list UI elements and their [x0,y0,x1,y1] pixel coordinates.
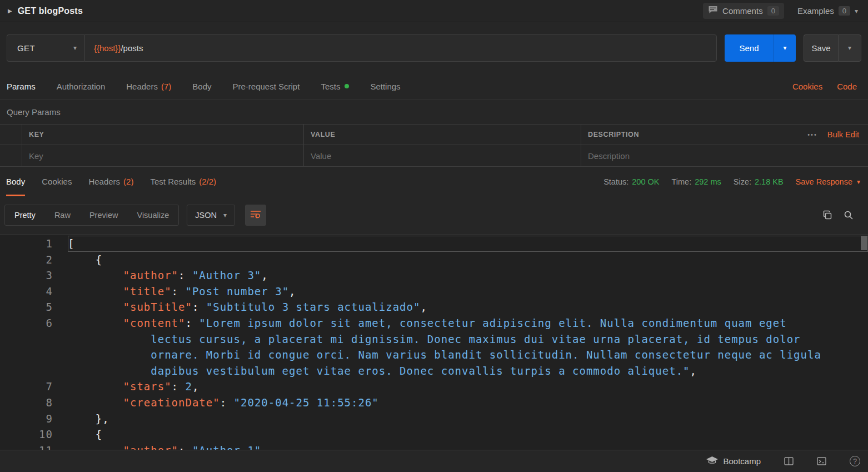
status-bar: Bootcamp ? [0,450,868,472]
row-handle-column [0,125,22,145]
description-cell [581,145,868,166]
query-params-table: KEY VALUE DESCRIPTION ••• Bulk Edit [0,124,868,167]
line-content: lectus cursus, a placerat mi dignissim. … [68,331,868,347]
tests-pass-dot-icon [345,84,349,88]
size-label: Size: [734,177,751,186]
wrap-text-button[interactable] [245,205,266,226]
request-tab-links: Cookies Code [792,82,857,91]
view-preview-button[interactable]: Preview [80,205,128,225]
more-options-icon[interactable]: ••• [807,131,817,138]
send-options-button[interactable]: ▾ [774,34,796,62]
line-number: 5 [0,299,53,315]
line-number: 1 [0,236,53,252]
line-number: 7 [0,379,53,395]
description-column-label: DESCRIPTION [588,131,639,138]
tab-authorization[interactable]: Authorization [57,73,106,99]
request-title-group: ▶ GET blogPosts [8,6,83,16]
value-column-header: VALUE [304,125,581,145]
tab-tests[interactable]: Tests [321,73,349,99]
query-params-heading: Query Params [0,100,868,124]
method-dropdown[interactable]: GET ▾ [7,34,84,62]
examples-chevron-icon: ▾ [855,7,858,15]
save-response-button[interactable]: Save Response ▾ [796,177,860,186]
description-column-header: DESCRIPTION [581,125,779,145]
save-button-group: Save ▾ [804,34,861,62]
method-chevron-icon: ▾ [73,44,77,52]
code-line: 1[ [0,236,868,252]
method-value: GET [17,43,35,53]
response-tabs: Body Cookies Headers(2) Test Results(2/2… [6,167,216,196]
value-cell [304,145,581,166]
copy-response-icon[interactable] [822,210,832,220]
url-host-variable: {{host}} [94,43,121,53]
response-tab-cookies-label: Cookies [42,177,72,186]
send-button[interactable]: Send [725,34,774,62]
request-tabs-row: Params Authorization Headers(7) Body Pre… [0,73,868,100]
tab-headers-label: Headers [126,82,158,91]
help-icon[interactable]: ? [850,456,860,466]
tab-pre-request-script-label: Pre-request Script [233,82,300,91]
search-response-icon[interactable] [844,210,854,220]
topbar-actions: Comments 0 Examples 0 ▾ [703,3,860,19]
response-tab-cookies[interactable]: Cookies [42,167,72,196]
code-line: 2 { [0,252,868,268]
description-input[interactable] [588,151,854,161]
tab-body-label: Body [192,82,211,91]
key-column-label: KEY [29,131,44,138]
format-dropdown[interactable]: JSON ▾ [187,205,235,226]
code-line: 10 { [0,426,868,443]
line-number: 4 [0,284,53,300]
response-tab-test-results[interactable]: Test Results(2/2) [150,167,216,196]
url-input[interactable]: {{host}}/posts [84,34,717,62]
request-header-bar: ▶ GET blogPosts Comments 0 Examples 0 ▾ [0,0,868,22]
response-tab-test-results-label: Test Results [150,177,196,186]
line-number [0,363,53,379]
response-view-actions [822,210,861,220]
line-content: { [68,252,868,268]
status-label: Status: [603,177,628,186]
tab-settings-label: Settings [370,82,400,91]
line-number: 10 [0,426,53,443]
line-number: 6 [0,315,53,331]
collapse-caret-icon[interactable]: ▶ [8,8,12,14]
response-tab-headers[interactable]: Headers(2) [88,167,133,196]
time-label: Time: [671,177,691,186]
comments-button[interactable]: Comments 0 [703,3,784,19]
tab-pre-request-script[interactable]: Pre-request Script [233,73,300,99]
save-options-button[interactable]: ▾ [838,34,861,62]
time-stat: Time: 292 ms [671,177,721,186]
key-input[interactable] [29,151,290,161]
tab-params-label: Params [7,82,36,91]
two-pane-layout-icon[interactable] [784,457,794,465]
tab-body[interactable]: Body [192,73,211,99]
line-content: "creationDate": "2020-04-25 11:55:26" [68,395,868,411]
value-input[interactable] [311,151,567,161]
view-visualize-button[interactable]: Visualize [127,205,178,225]
response-view-bar: Pretty Raw Preview Visualize JSON ▾ [0,196,868,234]
line-content: "content": "Lorem ipsum dolor sit amet, … [68,315,868,331]
tab-settings[interactable]: Settings [370,73,400,99]
response-tab-body[interactable]: Body [6,167,25,196]
params-header-actions: ••• Bulk Edit [779,125,868,145]
line-content: dapibus vestibulum eget vitae eros. Done… [68,363,868,379]
line-content: [ [68,236,868,252]
tab-headers[interactable]: Headers(7) [126,73,171,99]
console-icon[interactable] [817,457,826,465]
save-button[interactable]: Save [804,34,838,62]
cookies-link[interactable]: Cookies [792,82,822,91]
code-link[interactable]: Code [837,82,857,91]
bootcamp-button[interactable]: Bootcamp [706,456,761,466]
vertical-scrollbar-thumb[interactable] [861,236,867,250]
line-content: { [68,426,868,443]
tab-params[interactable]: Params [7,73,36,99]
code-line: 7 "stars": 2, [0,379,868,395]
examples-dropdown[interactable]: Examples 0 ▾ [797,6,860,16]
url-path: /posts [121,43,143,53]
view-raw-button[interactable]: Raw [45,205,80,225]
code-line: dapibus vestibulum eget vitae eros. Done… [0,363,868,379]
response-body-viewer[interactable]: 1[2 {3 "author": "Author 3",4 "title": "… [0,234,868,450]
size-stat: Size: 2.18 KB [734,177,784,186]
response-headers-count: (2) [123,177,133,186]
view-pretty-button[interactable]: Pretty [5,205,45,225]
bulk-edit-link[interactable]: Bulk Edit [827,130,859,139]
